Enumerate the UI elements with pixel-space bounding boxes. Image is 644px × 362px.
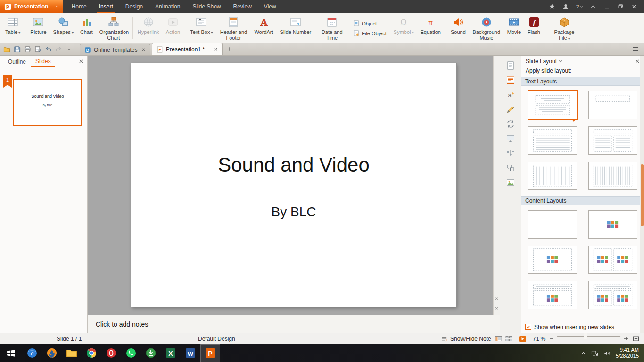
ribbon-item-header-and-footer[interactable]: Header and Footer: [216, 14, 251, 42]
ribbon-item-date-and-time[interactable]: Date and Time: [314, 14, 349, 42]
canvas-scrollbar[interactable]: [493, 56, 500, 315]
layout-thumb-two-content[interactable]: [588, 246, 637, 274]
ribbon-item-organization-chart[interactable]: Organization Chart: [96, 14, 131, 42]
ribbon-item-background-music[interactable]: Background Music: [469, 14, 504, 42]
taskbar-excel-app[interactable]: X: [161, 344, 181, 362]
note-toggle-button[interactable]: Show/Hide Note: [441, 336, 491, 342]
panel-close-icon[interactable]: [635, 59, 640, 64]
layout-thumb-blank[interactable]: [528, 210, 577, 239]
ribbon-item-equation[interactable]: πEquation: [417, 14, 444, 42]
taskbar-firefox-app[interactable]: [42, 344, 62, 362]
text-effects-icon[interactable]: a: [505, 90, 516, 100]
ribbon-item-table[interactable]: Table▾: [2, 14, 24, 42]
slides-panel-close-icon[interactable]: [79, 59, 83, 64]
help-icon[interactable]: ?: [573, 2, 586, 11]
taskbar-whatsapp-app[interactable]: [121, 344, 141, 362]
layout-thumb-title-bullets[interactable]: [528, 126, 577, 155]
fit-slide-button[interactable]: [633, 336, 639, 342]
ribbon-item-file-object[interactable]: File Object: [353, 30, 387, 36]
taskbar-idm-app[interactable]: [141, 344, 161, 362]
selected-layout-dropdown-icon[interactable]: [572, 119, 576, 123]
star-icon[interactable]: [546, 2, 558, 11]
taskbar-presentation-app[interactable]: P: [200, 344, 220, 362]
taskbar-chrome-app[interactable]: [82, 344, 101, 362]
layout-thumb-vertical-text-2[interactable]: [588, 162, 637, 190]
taskbar-opera-app[interactable]: [101, 344, 121, 362]
redo-icon[interactable]: [54, 44, 64, 54]
tray-expand-icon[interactable]: [581, 351, 586, 356]
user-icon[interactable]: [560, 2, 572, 11]
ribbon-item-sound[interactable]: Sound: [447, 14, 469, 42]
collapse-icon[interactable]: [587, 2, 599, 11]
clock[interactable]: 9:41 AM 5/28/2015: [616, 347, 639, 359]
zoom-percent[interactable]: 71 %: [533, 336, 545, 342]
zoom-slider-thumb[interactable]: [584, 333, 587, 339]
monitor-icon[interactable]: [505, 133, 516, 144]
volume-icon[interactable]: [603, 350, 611, 357]
ribbon-item-text-box[interactable]: Text Box▾: [187, 14, 216, 42]
slide-subtitle[interactable]: By BLC: [131, 205, 456, 220]
open-folder-icon[interactable]: [2, 44, 12, 54]
layout-thumb-title-content[interactable]: [528, 281, 577, 309]
close-icon[interactable]: [628, 2, 640, 11]
slide[interactable]: Sound and Video By BLC: [131, 63, 456, 307]
panel-scrollbar[interactable]: [640, 56, 644, 333]
slide-layout-icon[interactable]: [505, 75, 516, 85]
print-icon[interactable]: [23, 44, 33, 54]
slide-thumbnail[interactable]: Sound and VideoBy BLC: [13, 79, 82, 126]
layout-thumb-title-two-content[interactable]: [588, 281, 637, 309]
panel-title-caret-icon[interactable]: [558, 59, 563, 64]
slide-sorter-button[interactable]: [505, 336, 512, 342]
tab-close-icon[interactable]: [214, 47, 218, 51]
panel-title[interactable]: Slide Layout: [526, 58, 557, 65]
doc-tab-online-templates[interactable]: DOnline Templates: [80, 44, 150, 55]
rotate-icon[interactable]: [505, 119, 516, 129]
ribbon-item-movie[interactable]: Movie: [504, 14, 524, 42]
new-tab-button[interactable]: [224, 44, 235, 54]
more-dropdown-icon[interactable]: [64, 44, 74, 54]
pen-icon[interactable]: [505, 104, 516, 115]
layout-thumb-title-two-col[interactable]: [588, 126, 637, 155]
slideshow-button[interactable]: [519, 336, 527, 342]
menu-tab-view[interactable]: View: [258, 0, 282, 13]
menu-tab-slide-show[interactable]: Slide Show: [186, 0, 227, 13]
taskbar-word-app[interactable]: W: [181, 344, 200, 362]
layout-thumb-title-subtitle[interactable]: [528, 91, 577, 119]
zoom-slider[interactable]: [557, 336, 620, 337]
previous-slide-button[interactable]: [494, 294, 500, 303]
menu-tab-insert[interactable]: Insert: [93, 0, 119, 13]
menu-tab-home[interactable]: Home: [66, 0, 93, 13]
zoom-in-button[interactable]: [623, 336, 629, 341]
menu-tab-review[interactable]: Review: [227, 0, 258, 13]
network-icon[interactable]: [591, 350, 598, 357]
menu-tab-animation[interactable]: Animation: [149, 0, 186, 13]
picture-frame-icon[interactable]: [505, 177, 516, 188]
layout-thumb-title-only[interactable]: [588, 91, 637, 119]
panel-tab-slides[interactable]: Slides: [31, 56, 55, 67]
minimize-icon[interactable]: [601, 2, 613, 11]
undo-icon[interactable]: [43, 44, 53, 54]
print-preview-icon[interactable]: [33, 44, 43, 54]
ribbon-item-picture[interactable]: Picture: [27, 14, 50, 42]
panel-scrollbar-thumb[interactable]: [641, 164, 644, 226]
ribbon-item-flash[interactable]: fFlash: [524, 14, 544, 42]
ribbon-item-chart[interactable]: Chart: [77, 14, 96, 42]
restore-icon[interactable]: [614, 2, 627, 11]
tab-close-icon[interactable]: [141, 48, 146, 52]
app-menu-button[interactable]: P Presentation: [0, 0, 63, 13]
ribbon-item-wordart[interactable]: AWordArt: [251, 14, 276, 42]
slide-title[interactable]: Sound and Video: [131, 154, 456, 176]
slide-canvas[interactable]: Sound and Video By BLC: [88, 56, 493, 315]
taskbar-folder-app[interactable]: [62, 344, 82, 362]
normal-view-button[interactable]: [495, 336, 502, 342]
panel-tab-outline[interactable]: Outline: [4, 57, 30, 66]
ribbon-item-slide-number[interactable]: 1Slide Number: [277, 14, 315, 42]
sliders-icon[interactable]: [505, 148, 516, 158]
next-slide-button[interactable]: [494, 304, 500, 313]
ribbon-item-object[interactable]: Object: [353, 20, 387, 26]
save-icon[interactable]: [12, 44, 22, 54]
layout-thumb-big-content[interactable]: [528, 246, 577, 274]
zoom-out-button[interactable]: [549, 336, 554, 341]
shapes2-icon[interactable]: [505, 163, 516, 173]
taskbar-start-button[interactable]: [0, 344, 22, 362]
